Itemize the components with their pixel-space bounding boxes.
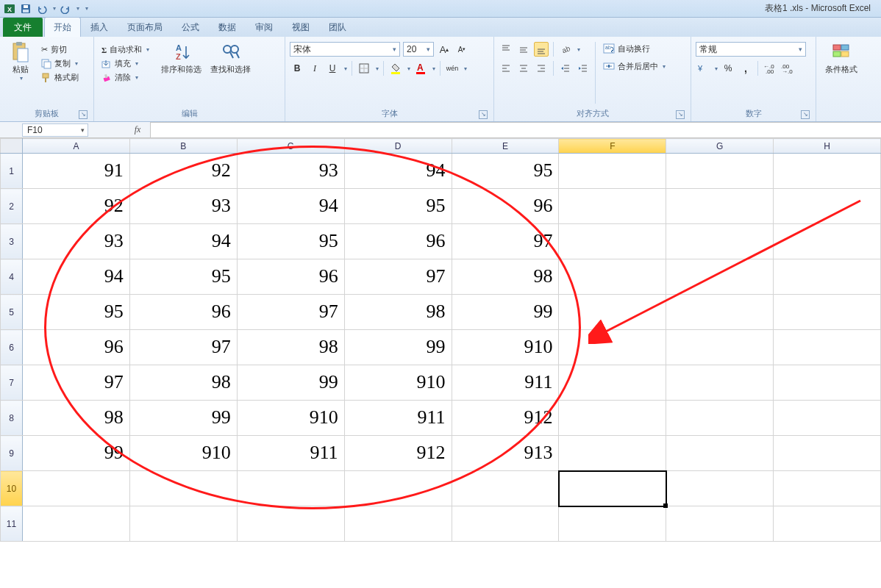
cell-D2[interactable]: 95	[344, 189, 452, 224]
cell-E8[interactable]: 912	[452, 401, 559, 436]
cell-B9[interactable]: 910	[129, 436, 237, 471]
cell-G3[interactable]	[666, 224, 774, 259]
increase-font-button[interactable]: A▴	[437, 42, 452, 57]
cell-B11[interactable]	[129, 506, 237, 542]
row-header-6[interactable]: 6	[1, 330, 23, 365]
tab-team[interactable]: 团队	[319, 17, 356, 37]
cut-button[interactable]: ✂ 剪切	[38, 43, 82, 56]
align-middle-button[interactable]	[516, 42, 531, 57]
tab-file[interactable]: 文件	[3, 18, 43, 37]
align-left-button[interactable]	[499, 61, 513, 76]
cell-G2[interactable]	[666, 189, 774, 224]
conditional-formatting-button[interactable]: 条件格式	[821, 39, 862, 76]
cell-D8[interactable]: 911	[344, 401, 452, 436]
cell-G7[interactable]	[666, 365, 774, 401]
column-header-G[interactable]: G	[666, 139, 774, 154]
cell-A2[interactable]: 92	[22, 189, 129, 224]
cell-D7[interactable]: 910	[344, 365, 452, 401]
undo-icon[interactable]	[35, 2, 49, 15]
cell-B8[interactable]: 99	[129, 401, 237, 436]
phonetic-button[interactable]: wén	[445, 61, 460, 76]
cell-A5[interactable]: 95	[22, 295, 129, 330]
bold-button[interactable]: B	[290, 61, 304, 76]
cell-C3[interactable]: 95	[237, 224, 344, 259]
row-header-5[interactable]: 5	[1, 295, 23, 330]
cell-H6[interactable]	[774, 330, 881, 365]
fill-color-button[interactable]	[388, 61, 403, 76]
cell-H1[interactable]	[774, 154, 881, 189]
cell-B5[interactable]: 96	[129, 295, 237, 330]
decrease-indent-button[interactable]	[558, 61, 573, 76]
cell-E10[interactable]	[452, 471, 559, 506]
cell-C7[interactable]: 99	[237, 365, 344, 401]
font-color-button[interactable]: A	[413, 61, 428, 76]
copy-button[interactable]: 复制 ▾	[38, 57, 82, 70]
cell-D4[interactable]: 97	[344, 259, 452, 295]
cell-C5[interactable]: 97	[237, 295, 344, 330]
tab-formulas[interactable]: 公式	[172, 17, 209, 37]
cell-C6[interactable]: 98	[237, 330, 344, 365]
row-header-11[interactable]: 11	[1, 506, 23, 542]
cell-D11[interactable]	[344, 506, 452, 542]
cell-H4[interactable]	[774, 259, 881, 295]
cell-C1[interactable]: 93	[237, 154, 344, 189]
italic-button[interactable]: I	[307, 61, 322, 76]
find-select-button[interactable]: 查找和选择	[206, 39, 255, 76]
align-right-button[interactable]	[534, 61, 549, 76]
column-header-F[interactable]: F	[559, 139, 666, 154]
cell-A4[interactable]: 94	[22, 259, 129, 295]
decrease-decimal-button[interactable]: .00→.0	[780, 61, 795, 76]
cell-C9[interactable]: 911	[237, 436, 344, 471]
sort-filter-button[interactable]: AZ 排序和筛选	[157, 39, 206, 76]
cell-B4[interactable]: 95	[129, 259, 237, 295]
cell-D3[interactable]: 96	[344, 224, 452, 259]
undo-dropdown[interactable]: ▾	[53, 5, 56, 12]
number-launcher[interactable]: ↘	[801, 110, 810, 119]
cell-E6[interactable]: 910	[452, 330, 559, 365]
name-box[interactable]: F10 ▾	[22, 123, 88, 137]
cell-H11[interactable]	[774, 506, 881, 542]
tab-home[interactable]: 开始	[44, 17, 81, 37]
tab-view[interactable]: 视图	[282, 17, 319, 37]
column-header-E[interactable]: E	[452, 139, 559, 154]
cell-G8[interactable]	[666, 401, 774, 436]
tab-insert[interactable]: 插入	[81, 17, 118, 37]
cell-C4[interactable]: 96	[237, 259, 344, 295]
format-painter-button[interactable]: 格式刷	[38, 71, 82, 84]
name-box-dropdown[interactable]: ▾	[81, 126, 85, 134]
row-header-2[interactable]: 2	[1, 189, 23, 224]
borders-button[interactable]	[357, 61, 371, 76]
cell-D10[interactable]	[344, 471, 452, 506]
excel-icon[interactable]: X	[3, 2, 16, 15]
cell-F4[interactable]	[559, 259, 666, 295]
column-header-H[interactable]: H	[774, 139, 881, 154]
cell-A7[interactable]: 97	[22, 365, 129, 401]
decrease-font-button[interactable]: A▾	[454, 42, 469, 57]
orientation-button[interactable]: ab	[558, 42, 573, 57]
cell-C2[interactable]: 94	[237, 189, 344, 224]
cell-A8[interactable]: 98	[22, 401, 129, 436]
cell-B7[interactable]: 98	[129, 365, 237, 401]
cell-E5[interactable]: 99	[452, 295, 559, 330]
cell-F6[interactable]	[559, 330, 666, 365]
cell-H8[interactable]	[774, 401, 881, 436]
underline-button[interactable]: U	[325, 61, 340, 76]
column-header-A[interactable]: A	[22, 139, 129, 154]
cell-G5[interactable]	[666, 295, 774, 330]
cell-G9[interactable]	[666, 436, 774, 471]
fill-button[interactable]: 填充 ▾	[99, 57, 152, 70]
formula-input[interactable]	[150, 122, 881, 137]
cell-F1[interactable]	[559, 154, 666, 189]
accounting-format-button[interactable]: ¥	[696, 61, 710, 76]
cell-A11[interactable]	[22, 506, 129, 542]
cell-G11[interactable]	[666, 506, 774, 542]
clear-button[interactable]: 清除 ▾	[99, 71, 152, 84]
cell-C10[interactable]	[237, 471, 344, 506]
tab-page-layout[interactable]: 页面布局	[118, 17, 172, 37]
cell-B1[interactable]: 92	[129, 154, 237, 189]
cell-E2[interactable]: 96	[452, 189, 559, 224]
cell-B6[interactable]: 97	[129, 330, 237, 365]
alignment-launcher[interactable]: ↘	[676, 110, 685, 119]
cell-H2[interactable]	[774, 189, 881, 224]
cell-B2[interactable]: 93	[129, 189, 237, 224]
